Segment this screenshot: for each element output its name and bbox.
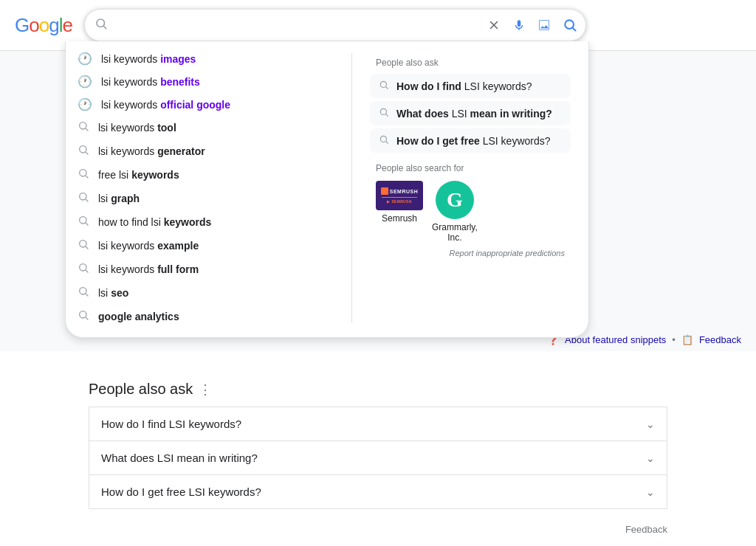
feedback-text: Feedback	[89, 524, 667, 535]
svg-line-11	[86, 176, 88, 178]
pas-grammarly[interactable]: G Grammarly, Inc.	[432, 181, 478, 243]
grammarly-logo: G	[436, 181, 474, 219]
svg-point-28	[380, 136, 386, 142]
svg-point-12	[80, 193, 86, 200]
svg-point-18	[80, 264, 86, 271]
grammarly-label: Grammarly, Inc.	[432, 222, 478, 243]
suggestion-item-8[interactable]: lsi keywords example	[66, 234, 351, 258]
svg-line-9	[86, 152, 88, 154]
suggestion-text-10: lsi seo	[98, 287, 340, 299]
suggestion-text-6: lsi graph	[98, 193, 340, 204]
autocomplete-suggestions: 🕐 lsi keywords images 🕐 lsi keywords ben…	[66, 47, 351, 328]
semrush-logo: SEMRUSH ▶ SEMRUSH	[376, 181, 423, 210]
search-icon-7	[78, 215, 89, 229]
svg-line-1	[103, 26, 106, 28]
suggestion-text-5: free lsi keywords	[98, 169, 340, 181]
search-icon-3	[78, 120, 89, 135]
suggestion-item-9[interactable]: lsi keywords full form	[66, 258, 351, 281]
paa-search-icon-0	[379, 80, 389, 92]
autocomplete-dropdown: 🕐 lsi keywords images 🕐 lsi keywords ben…	[65, 41, 589, 338]
clock-icon-2: 🕐	[78, 97, 92, 111]
clear-button[interactable]	[484, 15, 504, 35]
chevron-icon-0: ⌄	[646, 418, 655, 430]
paa-accordion-2[interactable]: How do I get free LSI keywords? ⌄	[89, 474, 667, 509]
search-icon-11	[78, 309, 89, 324]
image-search-button[interactable]	[535, 15, 554, 35]
google-search-button[interactable]	[560, 15, 580, 35]
suggestion-text-0: lsi keywords images	[101, 53, 340, 65]
svg-line-27	[386, 114, 388, 117]
svg-line-19	[86, 270, 88, 272]
paa-item-0[interactable]: How do I find LSI keywords?	[370, 74, 571, 98]
voice-search-button[interactable]	[509, 15, 529, 35]
svg-line-7	[86, 128, 88, 131]
svg-point-10	[80, 170, 86, 176]
search-icon-4	[78, 144, 89, 159]
paa-accordion-0[interactable]: How do I find LSI keywords? ⌄	[89, 407, 667, 440]
autocomplete-right: People also ask How do I find LSI keywor…	[352, 47, 588, 328]
suggestion-text-3: lsi keywords tool	[98, 122, 340, 134]
separator: •	[672, 334, 676, 345]
pas-semrush[interactable]: SEMRUSH ▶ SEMRUSH Semrush	[376, 181, 423, 224]
chevron-icon-2: ⌄	[646, 486, 655, 498]
google-logo: Google	[15, 14, 72, 37]
pas-logos: SEMRUSH ▶ SEMRUSH Semrush G Grammarly, I…	[364, 178, 577, 246]
suggestion-text-11: google analytics	[98, 311, 340, 322]
svg-point-8	[80, 146, 86, 153]
chevron-icon-1: ⌄	[646, 452, 655, 464]
paa-main: People also ask ⋮ How do I find LSI keyw…	[89, 381, 667, 509]
svg-point-16	[80, 241, 86, 247]
suggestion-item-11[interactable]: google analytics	[66, 305, 351, 328]
search-icon-8	[78, 238, 89, 253]
svg-line-5	[573, 28, 576, 31]
paa-options-icon[interactable]: ⋮	[199, 381, 212, 398]
suggestion-item-0[interactable]: 🕐 lsi keywords images	[66, 47, 351, 70]
suggestion-text-2: lsi keywords official google	[101, 99, 340, 111]
paa-main-title: People also ask ⋮	[89, 381, 667, 398]
pas-title: People also search for	[364, 156, 577, 178]
suggestion-item-5[interactable]: free lsi keywords	[66, 163, 351, 187]
search-icon-9	[78, 262, 89, 277]
suggestion-item-2[interactable]: 🕐 lsi keywords official google	[66, 93, 351, 116]
paa-item-2[interactable]: How do I get free LSI keywords?	[370, 128, 571, 153]
suggestion-text-1: lsi keywords benefits	[101, 76, 340, 88]
about-snippets-link[interactable]: About featured snippets	[565, 334, 666, 345]
feedback-icon: 📋	[681, 334, 693, 345]
suggestion-item-4[interactable]: lsi keywords generator	[66, 139, 351, 163]
search-icon-5	[78, 167, 89, 182]
search-bar-actions	[484, 15, 580, 35]
svg-line-21	[86, 294, 88, 296]
paa-main-title-text: People also ask	[89, 381, 193, 398]
suggestion-item-1[interactable]: 🕐 lsi keywords benefits	[66, 70, 351, 93]
suggestion-item-6[interactable]: lsi graph	[66, 187, 351, 210]
suggestion-item-10[interactable]: lsi seo	[66, 281, 351, 305]
svg-point-6	[80, 122, 86, 129]
paa-title: People also ask	[364, 53, 577, 71]
suggestion-item-7[interactable]: how to find lsi keywords	[66, 210, 351, 234]
clock-icon-0: 🕐	[78, 52, 92, 66]
paa-accordion-1[interactable]: What does LSI mean in writing? ⌄	[89, 440, 667, 474]
paa-search-icon-2	[379, 134, 389, 147]
paa-item-1[interactable]: What does LSI mean in writing?	[370, 101, 571, 125]
suggestion-text-9: lsi keywords full form	[98, 263, 340, 275]
svg-point-22	[80, 311, 86, 318]
report-link[interactable]: Report inappropriate predictions	[364, 246, 577, 258]
paa-search-icon-1	[379, 107, 389, 120]
search-icon-left	[94, 17, 108, 34]
svg-line-29	[386, 142, 388, 144]
svg-point-24	[380, 81, 386, 87]
search-bar-wrapper: LSI keywords	[84, 9, 741, 41]
semrush-label: Semrush	[382, 213, 417, 224]
feedback-link[interactable]: Feedback	[699, 334, 741, 345]
suggestion-text-8: lsi keywords example	[98, 240, 340, 252]
search-icon-6	[78, 191, 89, 206]
suggestion-text-4: lsi keywords generator	[98, 145, 340, 157]
svg-point-14	[80, 217, 86, 224]
svg-line-23	[86, 317, 88, 319]
paa-q-0: How do I find LSI keywords?	[101, 418, 241, 430]
search-icon-10	[78, 286, 89, 300]
paa-text-0: How do I find LSI keywords?	[396, 80, 532, 92]
suggestion-item-3[interactable]: lsi keywords tool	[66, 116, 351, 139]
svg-line-25	[386, 87, 388, 89]
svg-line-13	[86, 199, 88, 201]
